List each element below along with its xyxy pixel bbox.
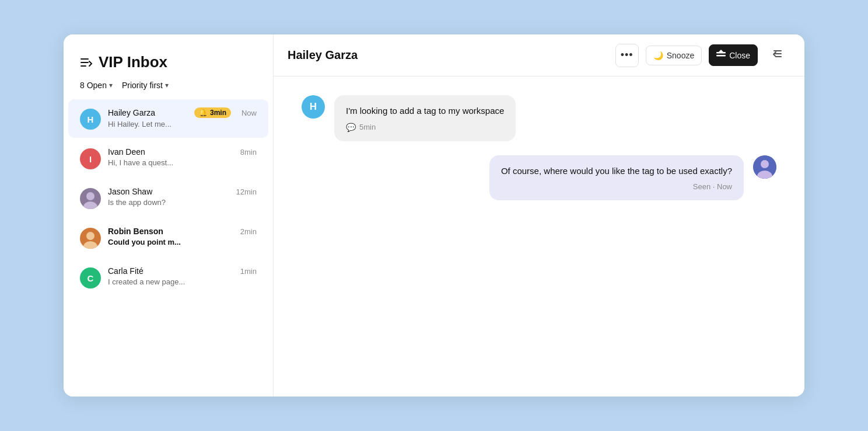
conv-top-robin: Robin Benson 2min — [108, 227, 257, 236]
avatar-jason — [80, 188, 101, 209]
conv-name-robin: Robin Benson — [108, 227, 163, 236]
avatar-hailey: H — [80, 109, 101, 130]
conv-time-jason: 12min — [236, 187, 257, 196]
priority-icon: 🔔 — [199, 109, 208, 117]
conv-name-carla: Carla Fité — [108, 266, 144, 276]
conversation-item-ivan[interactable]: I Ivan Deen 8min Hi, I have a quest... — [68, 139, 268, 178]
collapse-button[interactable] — [765, 43, 790, 67]
message-meta-incoming: 💬 5min — [346, 123, 504, 132]
conv-name-ivan: Ivan Deen — [108, 147, 145, 157]
conversation-list: H Hailey Garza 🔔 3min Now Hi Hailey. Let… — [64, 99, 273, 397]
conv-top-carla: Carla Fité 1min — [108, 266, 257, 276]
svg-point-4 — [83, 201, 97, 209]
conv-top-ivan: Ivan Deen 8min — [108, 147, 257, 157]
conv-body-carla: Carla Fité 1min I created a new page... — [108, 266, 257, 286]
conv-preview-jason: Is the app down? — [108, 198, 257, 207]
conv-top-hailey: Hailey Garza 🔔 3min Now — [108, 107, 257, 118]
conversation-item-hailey[interactable]: H Hailey Garza 🔔 3min Now Hi Hailey. Let… — [68, 99, 268, 138]
conv-time-robin: 2min — [240, 227, 257, 236]
open-filter-label: 8 Open — [80, 81, 107, 90]
svg-point-3 — [86, 192, 94, 200]
close-icon — [716, 50, 726, 61]
message-row-outgoing: Of course, where would you like the tag … — [302, 155, 776, 201]
close-label: Close — [729, 51, 750, 60]
conv-body-ivan: Ivan Deen 8min Hi, I have a quest... — [108, 147, 257, 167]
conv-name-hailey: Hailey Garza — [108, 108, 155, 117]
collapse-icon — [772, 48, 783, 62]
conv-body-robin: Robin Benson 2min Could you point m... — [108, 227, 257, 246]
conv-preview-hailey: Hi Hailey. Let me... — [108, 120, 257, 128]
message-row-incoming: H I'm looking to add a tag to my workspa… — [302, 95, 776, 141]
sidebar-title: VIP Inbox — [99, 53, 167, 71]
conv-body-jason: Jason Shaw 12min Is the app down? — [108, 187, 257, 207]
chat-icon: 💬 — [346, 123, 356, 132]
message-time-incoming: 5min — [359, 123, 376, 131]
avatar-carla: C — [80, 267, 101, 289]
svg-marker-9 — [718, 50, 724, 53]
conv-preview-carla: I created a new page... — [108, 277, 257, 286]
sidebar-header: VIP Inbox — [64, 34, 273, 81]
inbox-icon — [80, 56, 93, 69]
sidebar: VIP Inbox 8 Open ▾ Priority first ▾ H Ha… — [64, 34, 274, 397]
conversation-item-carla[interactable]: C Carla Fité 1min I created a new page..… — [68, 258, 268, 297]
conv-time-hailey: Now — [242, 109, 257, 117]
conv-body-hailey: Hailey Garza 🔔 3min Now Hi Hailey. Let m… — [108, 107, 257, 128]
chat-header: Hailey Garza ••• 🌙 Snooze Close — [274, 34, 804, 77]
conv-time-carla: 1min — [240, 267, 257, 276]
conv-preview-robin: Could you point m... — [108, 238, 257, 246]
open-filter-btn[interactable]: 8 Open ▾ — [80, 81, 113, 90]
svg-point-5 — [86, 232, 94, 240]
close-button[interactable]: Close — [709, 44, 758, 66]
hailey-avatar-chat: H — [302, 95, 325, 119]
svg-point-14 — [761, 160, 769, 168]
conversation-item-robin[interactable]: Robin Benson 2min Could you point m... — [68, 218, 268, 257]
snooze-icon: 🌙 — [653, 51, 663, 60]
sort-filter-label: Priority first — [122, 81, 163, 90]
conv-preview-ivan: Hi, I have a quest... — [108, 158, 257, 167]
sort-filter-btn[interactable]: Priority first ▾ — [122, 81, 169, 90]
chevron-down-icon: ▾ — [165, 81, 169, 89]
app-container: VIP Inbox 8 Open ▾ Priority first ▾ H Ha… — [64, 34, 804, 397]
conv-time-ivan: 8min — [240, 148, 257, 157]
chevron-down-icon: ▾ — [109, 81, 113, 89]
more-options-button[interactable]: ••• — [615, 44, 639, 67]
conv-top-jason: Jason Shaw 12min — [108, 187, 257, 196]
avatar-robin — [80, 228, 101, 249]
chat-header-name: Hailey Garza — [288, 48, 608, 62]
conversation-item-jason[interactable]: Jason Shaw 12min Is the app down? — [68, 179, 268, 217]
svg-point-6 — [83, 241, 97, 249]
priority-badge-hailey: 🔔 3min — [194, 107, 231, 118]
priority-label: 3min — [210, 109, 226, 117]
sidebar-filter-row: 8 Open ▾ Priority first ▾ — [64, 81, 273, 99]
svg-rect-8 — [716, 55, 726, 57]
snooze-button[interactable]: 🌙 Snooze — [646, 46, 702, 65]
message-bubble-incoming: I'm looking to add a tag to my workspace… — [334, 95, 516, 141]
chat-area: Hailey Garza ••• 🌙 Snooze Close — [274, 34, 804, 397]
message-seen-status: Seen · Now — [501, 182, 732, 191]
avatar-ivan: I — [80, 148, 101, 169]
message-text-outgoing: Of course, where would you like the tag … — [501, 165, 732, 178]
message-bubble-outgoing: Of course, where would you like the tag … — [489, 155, 744, 201]
dots-icon: ••• — [621, 49, 634, 61]
agent-avatar-chat — [753, 155, 776, 179]
chat-messages: H I'm looking to add a tag to my workspa… — [274, 77, 804, 397]
snooze-label: Snooze — [667, 51, 694, 60]
conv-name-jason: Jason Shaw — [108, 187, 152, 196]
message-text-incoming: I'm looking to add a tag to my workspace — [346, 105, 504, 118]
